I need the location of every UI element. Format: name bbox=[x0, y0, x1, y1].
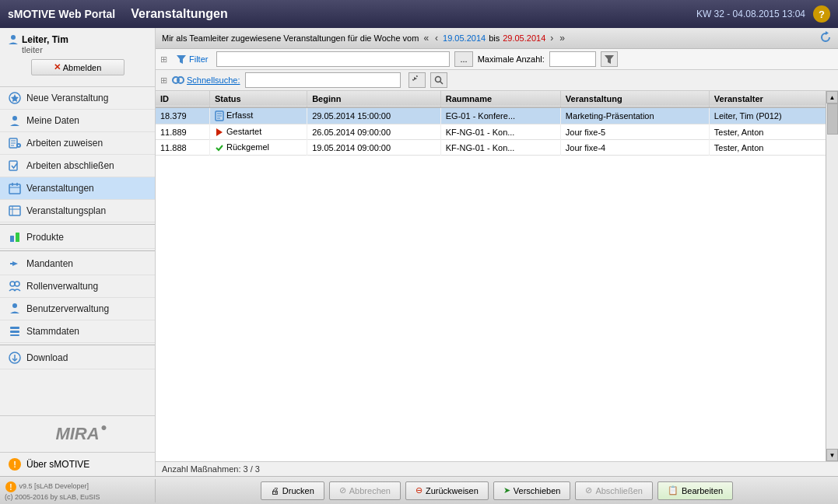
sidebar-item-stammdaten[interactable]: Stammdaten bbox=[0, 320, 155, 343]
help-button[interactable]: ? bbox=[813, 5, 830, 23]
svg-marker-35 bbox=[605, 55, 614, 64]
sidebar-label: Rollenverwaltung bbox=[26, 281, 98, 292]
download-icon bbox=[8, 351, 22, 365]
col-id[interactable]: ID bbox=[156, 91, 210, 107]
sidebar-label: Veranstaltungsplan bbox=[26, 205, 106, 216]
sidebar-item-rollenverwaltung[interactable]: Rollenverwaltung bbox=[0, 275, 155, 298]
sidebar-item-arbeiten-zuweisen[interactable]: Arbeiten zuweisen bbox=[0, 132, 155, 155]
col-status[interactable]: Status bbox=[210, 91, 307, 107]
star-icon bbox=[8, 91, 22, 105]
footer-buttons: 🖨 Drucken ⊘ Abbrechen ⊖ Zurückweisen ➤ V… bbox=[156, 481, 838, 500]
cell-id: 11.889 bbox=[156, 124, 210, 140]
sidebar-label: Arbeiten abschließen bbox=[26, 160, 114, 171]
sidebar-label: Benutzerverwaltung bbox=[26, 303, 109, 314]
date-from[interactable]: 19.05.2014 bbox=[443, 33, 486, 43]
user-subtitle: tleiter bbox=[8, 45, 147, 54]
sidebar-label: Mandanten bbox=[26, 258, 73, 269]
cell-id: 11.888 bbox=[156, 140, 210, 156]
cell-veranstalter: Tester, Anton bbox=[709, 140, 826, 156]
nav-first-button[interactable]: « bbox=[422, 33, 430, 44]
checkmark-icon bbox=[215, 143, 224, 152]
about-smotive[interactable]: ! Über sMOTIVE bbox=[0, 452, 155, 476]
table-row[interactable]: 18.379Erfasst29.05.2014 15:00:00EG-01 - … bbox=[156, 107, 826, 124]
sidebar-label: Arbeiten zuweisen bbox=[26, 138, 103, 149]
bearbeiten-button[interactable]: 📋 Bearbeiten bbox=[657, 481, 733, 500]
version-info: ! v9.5 [sLAB Developer] (c) 2005-2016 by… bbox=[0, 479, 156, 502]
abbrechen-button[interactable]: ⊘ Abbrechen bbox=[329, 481, 401, 500]
version-text: ! v9.5 [sLAB Developer] bbox=[5, 481, 150, 493]
cell-veranstalter: Tester, Anton bbox=[709, 124, 826, 140]
vertical-scrollbar[interactable]: ▲ ▼ bbox=[826, 91, 838, 461]
svg-point-23 bbox=[10, 282, 15, 286]
sidebar-item-neue-veranstaltung[interactable]: Neue Veranstaltung bbox=[0, 87, 155, 110]
cell-veranstaltung: Jour fixe-5 bbox=[560, 124, 709, 140]
sidebar-label: Veranstaltungen bbox=[26, 183, 94, 194]
svg-rect-28 bbox=[10, 334, 19, 336]
about-label: Über sMOTIVE bbox=[26, 459, 89, 470]
play-icon bbox=[215, 128, 224, 137]
cell-veranstaltung: Jour fixe-4 bbox=[560, 140, 709, 156]
abschliessen-button[interactable]: ⊘ Abschließen bbox=[575, 481, 653, 500]
nav-divider bbox=[0, 224, 155, 225]
svg-marker-33 bbox=[826, 31, 829, 35]
filter-button[interactable]: Filter bbox=[172, 52, 212, 66]
col-raumname[interactable]: Raumname bbox=[440, 91, 560, 107]
info-text: Mir als Teamleiter zugewiesene Veranstal… bbox=[162, 33, 419, 43]
logout-button[interactable]: ✕ Abmelden bbox=[31, 59, 124, 75]
calendar-icon bbox=[8, 181, 22, 195]
sidebar-item-veranstaltungsplan[interactable]: Veranstaltungsplan bbox=[0, 200, 155, 222]
table-row[interactable]: 11.888Rückgemel19.05.2014 09:00:00KF-NG-… bbox=[156, 140, 826, 156]
scroll-thumb[interactable] bbox=[827, 103, 838, 135]
print-icon: 🖨 bbox=[271, 486, 279, 495]
table-header-row: ID Status Beginn Raumname Veranstaltung … bbox=[156, 91, 826, 107]
nav-last-button[interactable]: » bbox=[558, 33, 566, 44]
check-icon bbox=[8, 159, 22, 173]
cell-status: Gestartet bbox=[210, 124, 307, 140]
drucken-button[interactable]: 🖨 Drucken bbox=[261, 481, 324, 500]
quick-search-input[interactable] bbox=[245, 72, 401, 88]
doc-icon bbox=[215, 110, 224, 121]
verschieben-button[interactable]: ➤ Verschieben bbox=[493, 481, 571, 500]
scroll-down-button[interactable]: ▼ bbox=[826, 449, 838, 461]
quick-search-section: Schnellsuche: bbox=[172, 74, 240, 86]
svg-rect-27 bbox=[10, 331, 19, 333]
nav-divider bbox=[0, 250, 155, 251]
date-to[interactable]: 29.05.2014 bbox=[503, 33, 545, 43]
smotive-footer-icon: ! bbox=[5, 481, 17, 493]
max-input[interactable] bbox=[549, 51, 596, 67]
filter-icon-btn[interactable] bbox=[601, 51, 618, 67]
mira-logo: MIRA ● bbox=[55, 424, 99, 444]
undo-button[interactable] bbox=[408, 72, 426, 88]
scroll-track bbox=[826, 103, 838, 449]
expand-filter-icon[interactable]: ⊞ bbox=[160, 54, 167, 65]
svg-point-40 bbox=[435, 77, 440, 82]
products-icon bbox=[8, 230, 22, 244]
bis-text: bis bbox=[489, 33, 500, 43]
sidebar-item-benutzerverwaltung[interactable]: Benutzerverwaltung bbox=[0, 298, 155, 320]
col-beginn[interactable]: Beginn bbox=[307, 91, 441, 107]
quick-search-label[interactable]: Schnellsuche: bbox=[187, 75, 240, 85]
search-button[interactable] bbox=[430, 72, 447, 88]
filter-dots-button[interactable]: ... bbox=[454, 51, 472, 67]
scroll-up-button[interactable]: ▲ bbox=[826, 91, 838, 103]
cell-veranstaltung: Marketing-Präsentation bbox=[560, 107, 709, 124]
nav-next-button[interactable]: › bbox=[549, 33, 555, 44]
sidebar-label: Meine Daten bbox=[26, 115, 79, 126]
max-label: Maximale Anzahl: bbox=[478, 54, 545, 64]
content-header: Mir als Teamleiter zugewiesene Veranstal… bbox=[156, 28, 838, 49]
nav-prev-button[interactable]: ‹ bbox=[433, 33, 440, 44]
table-row[interactable]: 11.889Gestartet26.05.2014 09:00:00KF-NG-… bbox=[156, 124, 826, 140]
sidebar-item-mandanten[interactable]: Mandanten bbox=[0, 253, 155, 275]
sidebar-item-meine-daten[interactable]: Meine Daten bbox=[0, 110, 155, 132]
zurueckweisen-button[interactable]: ⊖ Zurückweisen bbox=[405, 481, 489, 500]
refresh-button[interactable] bbox=[819, 31, 832, 45]
filter-input[interactable] bbox=[216, 51, 450, 67]
col-veranstalter[interactable]: Veranstalter bbox=[709, 91, 826, 107]
sidebar-item-veranstaltungen[interactable]: Veranstaltungen bbox=[0, 177, 155, 200]
expand-search-icon[interactable]: ⊞ bbox=[160, 75, 167, 86]
sidebar-item-arbeiten-abschliessen[interactable]: Arbeiten abschließen bbox=[0, 155, 155, 177]
filter-label: Filter bbox=[189, 54, 208, 64]
col-veranstaltung[interactable]: Veranstaltung bbox=[560, 91, 709, 107]
sidebar-item-produkte[interactable]: Produkte bbox=[0, 226, 155, 249]
sidebar-item-download[interactable]: Download bbox=[0, 347, 155, 369]
